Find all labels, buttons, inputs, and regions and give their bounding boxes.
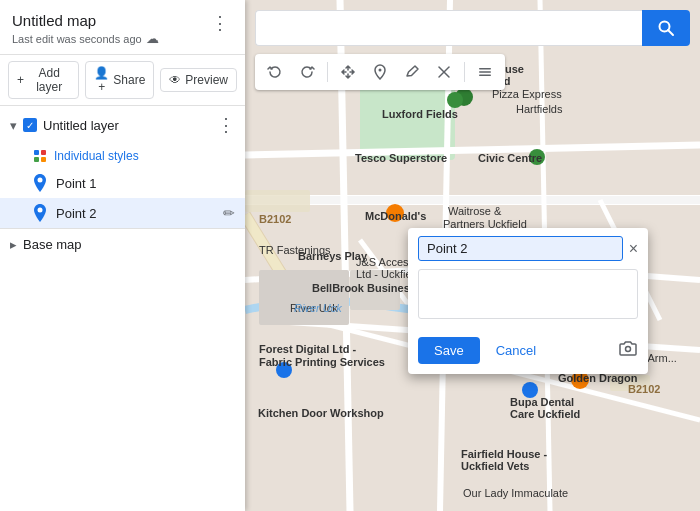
svg-point-23	[529, 149, 545, 165]
add-layer-icon: +	[17, 73, 24, 87]
dialog-description-input[interactable]	[418, 269, 638, 319]
undo-button[interactable]	[261, 58, 289, 86]
point2-item[interactable]: Point 2 ✏	[0, 198, 245, 228]
svg-point-24	[276, 362, 292, 378]
svg-rect-30	[41, 150, 46, 155]
svg-rect-31	[34, 157, 39, 162]
dialog-save-button[interactable]: Save	[418, 337, 480, 364]
layer-title-row: ▾ Untitled layer	[10, 118, 119, 133]
preview-icon: 👁	[169, 73, 181, 87]
delete-tool-button[interactable]	[430, 58, 458, 86]
map-title-menu[interactable]: ⋮	[207, 12, 233, 34]
sidebar: Untitled map Last edit was seconds ago ☁…	[0, 0, 245, 511]
svg-rect-42	[479, 75, 491, 77]
point1-item[interactable]: Point 1 ✏	[0, 168, 245, 198]
layer-menu-icon[interactable]: ⋮	[217, 114, 235, 136]
add-layer-button[interactable]: + Add layer	[8, 61, 79, 99]
share-button[interactable]: 👤+ Share	[85, 61, 154, 99]
map-header: Untitled map Last edit was seconds ago ☁…	[0, 0, 245, 55]
dialog-cancel-button[interactable]: Cancel	[488, 337, 544, 364]
base-map-label: Base map	[23, 237, 82, 252]
search-input[interactable]	[255, 10, 642, 46]
svg-rect-41	[479, 71, 491, 73]
dialog-close-button[interactable]: ×	[629, 240, 638, 258]
individual-styles-label[interactable]: Individual styles	[54, 149, 139, 163]
map-subtitle: Last edit was seconds ago ☁	[12, 31, 159, 46]
pan-tool-button[interactable]	[334, 58, 362, 86]
dialog-footer: Save Cancel	[408, 331, 648, 374]
dialog-camera-button[interactable]	[618, 338, 638, 363]
preview-button[interactable]: 👁 Preview	[160, 68, 237, 92]
base-map-expand-icon: ▸	[10, 237, 17, 252]
svg-point-19	[386, 204, 404, 222]
svg-rect-29	[34, 150, 39, 155]
edit-dialog: × Save Cancel	[408, 228, 648, 374]
point1-left: Point 1	[32, 173, 96, 193]
search-button[interactable]	[642, 10, 690, 46]
layer-header: ▾ Untitled layer ⋮	[0, 106, 245, 144]
layers-section: ▾ Untitled layer ⋮ Individual styles	[0, 106, 245, 511]
svg-point-33	[38, 178, 43, 183]
svg-rect-17	[259, 270, 349, 325]
svg-rect-18	[350, 270, 400, 310]
menu-tool-button[interactable]	[471, 58, 499, 86]
untitled-layer: ▾ Untitled layer ⋮ Individual styles	[0, 106, 245, 228]
svg-line-36	[668, 30, 673, 35]
svg-point-25	[522, 382, 538, 398]
dialog-name-input[interactable]	[418, 236, 623, 261]
style-icon	[32, 148, 48, 164]
dialog-header: ×	[408, 228, 648, 261]
map-title: Untitled map	[12, 12, 159, 29]
tool-separator-2	[464, 62, 465, 82]
tool-separator-1	[327, 62, 328, 82]
svg-point-22	[447, 92, 463, 108]
point2-label: Point 2	[56, 206, 96, 221]
map-tools	[255, 54, 505, 90]
svg-point-34	[38, 208, 43, 213]
layer-checkbox[interactable]	[23, 118, 37, 132]
edit-tool-button[interactable]	[398, 58, 426, 86]
share-label: Share	[113, 73, 145, 87]
svg-rect-40	[479, 68, 491, 70]
layer-expand-icon[interactable]: ▾	[10, 118, 17, 133]
svg-rect-32	[41, 157, 46, 162]
toolbar: + Add layer 👤+ Share 👁 Preview	[0, 55, 245, 106]
point1-pin-icon	[32, 173, 48, 193]
svg-point-37	[379, 69, 382, 72]
share-icon: 👤+	[94, 66, 109, 94]
search-bar	[255, 8, 690, 48]
map-subtitle-text: Last edit was seconds ago	[12, 33, 142, 45]
redo-button[interactable]	[293, 58, 321, 86]
svg-rect-27	[245, 190, 310, 212]
point1-label: Point 1	[56, 176, 96, 191]
preview-label: Preview	[185, 73, 228, 87]
map-title-area: Untitled map Last edit was seconds ago ☁	[12, 12, 159, 46]
base-map-section[interactable]: ▸ Base map	[0, 228, 245, 260]
cloud-icon: ☁	[146, 31, 159, 46]
individual-styles-row: Individual styles	[0, 144, 245, 168]
point2-edit-icon[interactable]: ✏	[223, 205, 235, 221]
layer-name: Untitled layer	[43, 118, 119, 133]
point2-left: Point 2	[32, 203, 96, 223]
svg-point-43	[626, 347, 631, 352]
add-layer-label: Add layer	[28, 66, 70, 94]
svg-rect-28	[610, 375, 650, 391]
point2-pin-icon	[32, 203, 48, 223]
marker-tool-button[interactable]	[366, 58, 394, 86]
